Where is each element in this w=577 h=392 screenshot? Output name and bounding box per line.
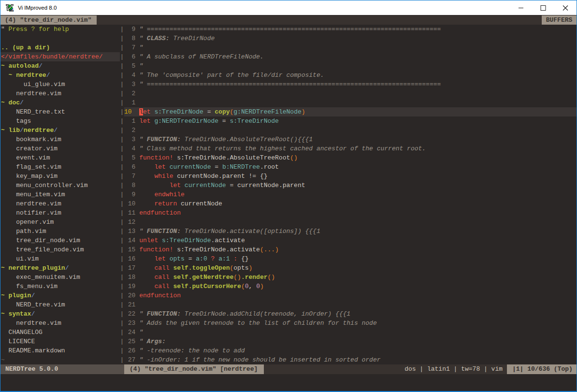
svg-text:im: im [9, 8, 14, 12]
